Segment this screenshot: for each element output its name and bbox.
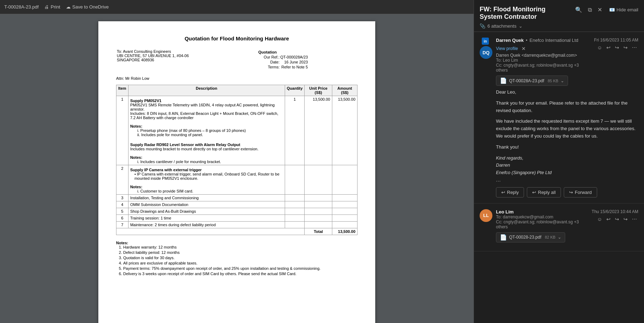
msg1-reply-actions: ↩ Reply ↩ Reply all ↪ Forward — [496, 187, 638, 197]
pdf-to-label: To: Avant Consulting Engineers — [117, 49, 257, 54]
msg1-att-size: 85 KB — [548, 79, 558, 83]
pdf-items-table: Item Description Quantity Unit Price (S$… — [116, 85, 358, 235]
msg2-emoji-btn[interactable]: ☺ — [596, 216, 604, 223]
cell-qty: 1 — [285, 96, 305, 165]
cell-desc: Training session: 1 time — [128, 215, 285, 222]
cell-desc: Installation, Testing and Commissioning — [128, 195, 285, 201]
cell-item: 5 — [116, 208, 129, 215]
msg1-date: Fri 16/6/2023 11:05 AM — [594, 38, 638, 43]
save-to-onedrive-button[interactable]: ☁ Save to OneDrive — [66, 4, 109, 10]
cell-item: 2 — [116, 165, 129, 195]
list-item: Quotation is valid for 30 days. — [123, 256, 358, 260]
msg1-forward-btn[interactable]: ↪ — [622, 44, 629, 51]
body-paragraph: Thank you for your email. Please refer t… — [496, 100, 638, 115]
cell-unit-price — [305, 208, 332, 215]
expand-window-button[interactable]: ⧉ — [586, 6, 593, 14]
cell-unit-price — [305, 165, 332, 195]
msg2-att-size: 82 KB — [545, 235, 556, 239]
msg1-more-btn[interactable]: ⋯ — [631, 44, 638, 51]
msg2-attachment-chip[interactable]: 📄 QT-00028-23.pdf 82 KB ⌄ — [496, 232, 565, 243]
forward-icon: ↪ — [569, 190, 573, 195]
email-panel-header: FW: Flood Monitoring System Contractor 🔍… — [474, 0, 644, 32]
email-panel-top: FW: Flood Monitoring System Contractor 🔍… — [480, 6, 638, 21]
msg1-reply-all-btn[interactable]: ↪ — [613, 44, 621, 51]
cell-unit-price — [305, 201, 332, 208]
msg1-email: Darren Quek <darrenquekcw@gmail.com> — [496, 53, 577, 58]
cell-amount — [332, 195, 357, 201]
forward-button[interactable]: ↪ Forward — [564, 187, 597, 197]
cell-item: 4 — [116, 201, 129, 208]
body-paragraph: Dear Leo, — [496, 89, 638, 96]
msg2-date: Thu 15/6/2023 10:44 AM — [592, 209, 638, 214]
col-amount: Amount (S$) — [332, 85, 357, 96]
reply-icon: ↩ — [501, 190, 505, 195]
cell-qty — [285, 215, 305, 222]
msg1-cc: Cc: cngty@avant.sg; robinlow@avant.sg +3… — [496, 63, 590, 73]
list-item: Payment terms: 75% downpayment upon rece… — [123, 266, 358, 271]
msg1-body: Dear Leo,Thank you for your email. Pleas… — [496, 89, 638, 177]
email-panel-actions: 🔍 ⧉ ✕ 📧 Hide email — [574, 6, 638, 14]
search-button[interactable]: 🔍 — [574, 6, 584, 14]
reply-all-button[interactable]: ↩ Reply all — [527, 187, 561, 197]
ref-key: Our Ref.: — [258, 55, 280, 59]
col-item: Item — [116, 85, 129, 96]
attachments-count: 6 attachments — [487, 23, 517, 29]
view-profile-button[interactable]: View profile — [496, 46, 518, 51]
msg1-reply-btn[interactable]: ↩ — [605, 44, 612, 51]
ref-label: Quotation — [258, 50, 280, 54]
cell-unit-price — [305, 222, 332, 228]
msg2-more-btn[interactable]: ⋯ — [631, 216, 638, 223]
table-row: 7 Maintenance: 2 times during defect lia… — [116, 222, 358, 228]
cell-amount — [332, 215, 357, 222]
msg2-to: To: darrenquekcw@gmail.com — [496, 215, 588, 219]
table-row: 1 Supply PM052V1PM052V1 SMS Remote Telem… — [116, 96, 358, 165]
cell-desc: Supply PM052V1PM052V1 SMS Remote Telemet… — [128, 96, 285, 165]
table-row: 3 Installation, Testing and Commissionin… — [116, 195, 358, 201]
cell-desc: OMM Submission Documentation — [128, 201, 285, 208]
cell-item: 1 — [116, 96, 129, 165]
reply-button[interactable]: ↩ Reply — [496, 187, 524, 197]
msg1-meta: Darren Quek • Enefco International Ltd V… — [496, 38, 590, 73]
msg1-close-btn[interactable]: ✕ — [520, 45, 527, 52]
cell-desc: Supply IP Camera with external trigger• … — [128, 165, 285, 195]
cell-desc: Shop Drawings and As-Built Drawings — [128, 208, 285, 215]
col-unit-price: Unit Price (S$) — [305, 85, 332, 96]
msg2-cc: Cc: cngty@avant.sg; robinlow@avant.sg +3… — [496, 219, 588, 229]
list-item: All prices are exclusive of applicable t… — [123, 261, 358, 265]
msg1-ellipsis[interactable]: ... — [496, 177, 638, 183]
cell-item: 6 — [116, 215, 129, 222]
ref-val: QT-000028A/23 — [280, 55, 308, 59]
pdf-address2: SINGAPORE 408936 — [117, 58, 257, 62]
msg1-sender-row: Darren Quek • Enefco International Ltd V… — [496, 38, 590, 52]
msg1-emoji-btn[interactable]: ☺ — [596, 44, 604, 51]
cell-amount — [332, 201, 357, 208]
msg2-reply-btn[interactable]: ↩ — [605, 216, 612, 223]
reply-all-icon: ↩ — [532, 190, 536, 195]
linkedin-icon: in — [482, 38, 489, 45]
msg1-from-row: Darren Quek <darrenquekcw@gmail.com> — [496, 53, 590, 58]
cell-unit-price — [305, 215, 332, 222]
email-panel: FW: Flood Monitoring System Contractor 🔍… — [474, 0, 644, 323]
table-row: 5 Shop Drawings and As-Built Drawings — [116, 208, 358, 215]
msg2-forward-btn[interactable]: ↪ — [622, 216, 629, 223]
pdf-panel: T-00028A-23.pdf 🖨 Print ☁ Save to OneDri… — [0, 0, 474, 323]
avatar-dq: DQ — [480, 46, 492, 59]
email-subject: FW: Flood Monitoring System Contractor — [480, 6, 569, 21]
cell-desc: Maintenance: 2 times during defect liabi… — [128, 222, 285, 228]
close-email-panel-button[interactable]: ✕ — [596, 6, 604, 14]
list-item: Hardware warranty: 12 months — [123, 245, 358, 249]
attach-icon: 📎 — [480, 23, 485, 29]
attachments-row: 📎 6 attachments ⌄ — [480, 23, 638, 29]
hide-email-button[interactable]: 📧 Hide email — [609, 7, 638, 12]
msg1-attachment-chip[interactable]: 📄 QT-00028A-23.pdf 85 KB ⌄ — [496, 76, 568, 86]
cell-amount — [332, 222, 357, 228]
list-item: Delivery is 3 weeks upon receipt of orde… — [123, 272, 358, 276]
table-row-total: Total13,500.00 — [116, 228, 358, 235]
cell-unit-price: 13,500.00 — [305, 96, 332, 165]
attachment-file-icon: 📄 — [500, 77, 507, 84]
email-message-1: in DQ Darren Quek • Enefco International… — [474, 32, 644, 204]
msg2-reply-all-btn[interactable]: ↪ — [613, 216, 621, 223]
msg2-header: LL Leo Lim To: darrenquekcw@gmail.com Cc… — [480, 209, 638, 229]
msg2-att-expand-icon: ⌄ — [558, 235, 561, 240]
print-button[interactable]: 🖨 Print — [44, 4, 60, 10]
